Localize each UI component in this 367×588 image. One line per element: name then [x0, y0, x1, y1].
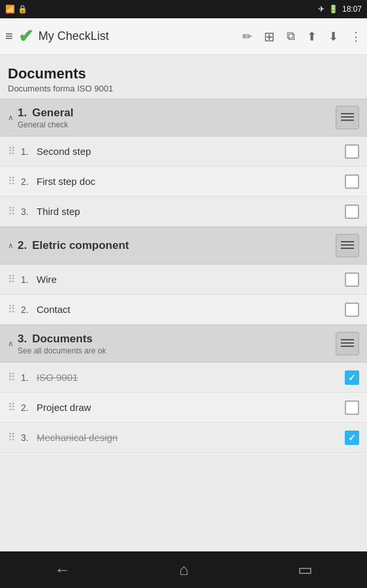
- section-title-electric: Eletric component: [32, 239, 336, 252]
- collapse-icon-general[interactable]: ∧: [8, 113, 14, 122]
- toolbar-actions: ✏ ⊞ ⧉ ⬆ ⬇ ⋮: [242, 29, 362, 44]
- page-header: Documents Documents forma ISO 9001: [0, 55, 367, 99]
- list-item: ⠿ 3. Third step: [0, 197, 367, 227]
- status-bar-left: 📶 🔒: [5, 5, 27, 14]
- item-checkbox[interactable]: [345, 302, 359, 317]
- copy-icon[interactable]: ⧉: [287, 29, 295, 43]
- item-label: Third step: [37, 206, 345, 217]
- svg-rect-5: [341, 244, 354, 246]
- drag-handle-icon[interactable]: ⠿: [8, 401, 16, 414]
- drag-handle-icon[interactable]: ⠿: [8, 303, 16, 316]
- item-label: Contact: [37, 304, 345, 315]
- drag-handle-icon[interactable]: ⠿: [8, 273, 16, 286]
- list-item: ⠿ 1. ISO 9001: [0, 363, 367, 393]
- item-label: Project draw: [37, 402, 345, 413]
- page-title: Documents: [8, 65, 359, 82]
- check-icon: ✔: [18, 25, 33, 47]
- svg-rect-3: [343, 113, 354, 114]
- download-icon[interactable]: ⬇: [328, 29, 338, 44]
- item-label: Wire: [37, 274, 345, 285]
- item-number: 2.: [21, 402, 33, 413]
- drag-handle-icon[interactable]: ⠿: [8, 431, 16, 444]
- item-checkbox[interactable]: [345, 144, 359, 159]
- item-number: 2.: [21, 304, 33, 315]
- battery-icon: 🔋: [328, 5, 338, 14]
- svg-rect-9: [341, 346, 354, 347]
- section-header-text-general: 1. General General check: [18, 106, 336, 129]
- svg-rect-7: [341, 339, 354, 340]
- section-number-documents: 3.: [18, 333, 27, 346]
- section-title-general: General: [32, 106, 336, 120]
- list-item: ⠿ 1. Second step: [0, 137, 367, 167]
- section-number-general: 1.: [18, 106, 27, 120]
- home-button[interactable]: ⌂: [179, 561, 189, 579]
- section-general: ∧ 1. General General check ⠿ 1.: [0, 99, 367, 227]
- menu-icon[interactable]: ≡: [5, 29, 13, 44]
- more-icon[interactable]: ⋮: [350, 29, 362, 44]
- share-icon[interactable]: ⬆: [307, 29, 317, 44]
- item-number: 2.: [21, 176, 33, 187]
- list-item: ⠿ 1. Wire: [0, 265, 367, 295]
- status-bar-right: ✈ 🔋 18:07: [318, 5, 362, 14]
- item-checkbox[interactable]: [345, 272, 359, 287]
- item-label: First step doc: [37, 176, 345, 187]
- item-number: 3.: [21, 433, 33, 443]
- section-list-button-general[interactable]: [336, 106, 359, 129]
- section-header-electric: ∧ 2. Eletric component: [0, 227, 367, 265]
- svg-rect-2: [341, 120, 354, 121]
- section-electric: ∧ 2. Eletric component ⠿ 1. Wire: [0, 227, 367, 325]
- item-checkbox[interactable]: [345, 204, 359, 219]
- airplane-icon: ✈: [318, 5, 325, 14]
- toolbar-title: My CheckList: [39, 29, 242, 43]
- section-list-button-electric[interactable]: [336, 234, 359, 257]
- item-number: 3.: [21, 206, 33, 217]
- item-label: Mechanical design: [37, 432, 345, 443]
- item-label: ISO 9001: [37, 372, 345, 383]
- back-button[interactable]: ←: [54, 561, 70, 579]
- time-display: 18:07: [342, 5, 362, 14]
- section-subtitle-documents: See all documents are ok: [18, 346, 336, 355]
- edit-icon[interactable]: ✏: [242, 29, 252, 44]
- item-number: 1.: [21, 372, 33, 383]
- drag-handle-icon[interactable]: ⠿: [8, 175, 16, 188]
- list-item: ⠿ 3. Mechanical design: [0, 423, 367, 453]
- item-label: Second step: [37, 146, 345, 157]
- section-subtitle-general: General check: [18, 120, 336, 129]
- collapse-icon-documents[interactable]: ∧: [8, 339, 14, 348]
- section-header-text-electric: 2. Eletric component: [18, 239, 336, 252]
- item-checkbox[interactable]: [345, 370, 359, 385]
- section-documents: ∧ 3. Documents See all documents are ok …: [0, 325, 367, 453]
- section-header-general: ∧ 1. General General check: [0, 99, 367, 137]
- item-checkbox[interactable]: [345, 431, 359, 445]
- page-subtitle: Documents forma ISO 9001: [8, 84, 359, 93]
- lock-icon: 🔒: [18, 5, 27, 14]
- item-number: 1.: [21, 146, 33, 157]
- svg-rect-1: [341, 116, 354, 118]
- list-item: ⠿ 2. First step doc: [0, 167, 367, 197]
- item-checkbox[interactable]: [345, 174, 359, 189]
- section-title-documents: Documents: [32, 333, 336, 346]
- item-number: 1.: [21, 274, 33, 285]
- content-area: Documents Documents forma ISO 9001 ∧ 1. …: [0, 55, 367, 551]
- item-checkbox[interactable]: [345, 400, 359, 415]
- list-item: ⠿ 2. Contact: [0, 295, 367, 325]
- section-header-documents: ∧ 3. Documents See all documents are ok: [0, 325, 367, 363]
- svg-rect-6: [341, 248, 354, 249]
- status-bar: 📶 🔒 ✈ 🔋 18:07: [0, 0, 367, 18]
- toolbar: ≡ ✔ My CheckList ✏ ⊞ ⧉ ⬆ ⬇ ⋮: [0, 18, 367, 55]
- list-item: ⠿ 2. Project draw: [0, 393, 367, 423]
- section-number-electric: 2.: [18, 239, 27, 252]
- drag-handle-icon[interactable]: ⠿: [8, 205, 16, 218]
- svg-rect-8: [341, 342, 354, 344]
- drag-handle-icon[interactable]: ⠿: [8, 145, 16, 157]
- bottom-nav: ← ⌂ ▭: [0, 551, 367, 588]
- section-list-button-documents[interactable]: [336, 332, 359, 355]
- wifi-icon: 📶: [5, 5, 15, 14]
- svg-rect-4: [341, 241, 354, 242]
- collapse-icon-electric[interactable]: ∧: [8, 241, 14, 250]
- add-group-icon[interactable]: ⊞: [264, 29, 275, 44]
- recent-apps-button[interactable]: ▭: [298, 561, 313, 579]
- section-header-text-documents: 3. Documents See all documents are ok: [18, 333, 336, 355]
- drag-handle-icon[interactable]: ⠿: [8, 371, 16, 384]
